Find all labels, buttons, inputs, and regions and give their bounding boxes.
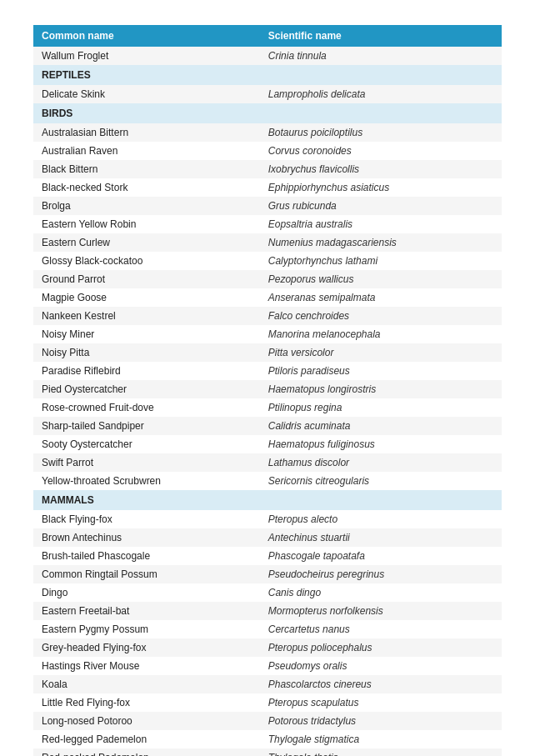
table-row: Nankeen KestrelFalco cenchroides (33, 307, 502, 325)
cell-common: Black Flying-fox (33, 510, 260, 528)
table-row: Eastern Freetail-batMormopterus norfolke… (33, 602, 502, 620)
table-row: Yellow-throated ScrubwrenSericornis citr… (33, 472, 502, 490)
cell-common: Red-legged Pademelon (33, 730, 260, 748)
cell-common: Eastern Curlew (33, 233, 260, 252)
cell-scientific: Eopsaltria australis (260, 215, 502, 233)
cell-common: Grey-headed Flying-fox (33, 638, 260, 657)
category-label: REPTILES (33, 65, 502, 85)
cell-common: Rose-crowned Fruit-dove (33, 398, 260, 417)
cell-scientific: Thylogale stigmatica (260, 730, 502, 748)
cell-scientific: Ixobrychus flavicollis (260, 160, 502, 178)
cell-scientific: Botaurus poiciloptilus (260, 123, 502, 142)
cell-common: Noisy Miner (33, 325, 260, 343)
cell-common: Koala (33, 675, 260, 693)
cell-common: Brown Antechinus (33, 528, 260, 547)
table-row: Red-legged PademelonThylogale stigmatica (33, 730, 502, 748)
cell-scientific: Falco cenchroides (260, 307, 502, 325)
table-row: Common Ringtail PossumPseudocheirus pere… (33, 565, 502, 583)
table-row: Black BitternIxobrychus flavicollis (33, 160, 502, 178)
table-row: Sooty OystercatcherHaematopus fuliginosu… (33, 435, 502, 453)
table-row: Black Flying-foxPteropus alecto (33, 510, 502, 528)
cell-scientific: Ptilinopus regina (260, 398, 502, 417)
category-label: MAMMALS (33, 490, 502, 510)
cell-scientific: Phascolarctos cinereus (260, 675, 502, 693)
cell-scientific: Lathamus discolor (260, 453, 502, 472)
cell-scientific: Pteropus alecto (260, 510, 502, 528)
species-table: Common name Scientific name Wallum Frogl… (33, 25, 502, 756)
col-header-common: Common name (33, 25, 260, 47)
table-row: BrolgaGrus rubicunda (33, 197, 502, 215)
category-row: MAMMALS (33, 490, 502, 510)
table-row: Noisy MinerManorina melanocephala (33, 325, 502, 343)
cell-common: Delicate Skink (33, 85, 260, 103)
cell-common: Glossy Black-cockatoo (33, 252, 260, 270)
page-wrapper: Common name Scientific name Wallum Frogl… (0, 0, 535, 756)
table-header-row: Common name Scientific name (33, 25, 502, 47)
table-row: Ground ParrotPezoporus wallicus (33, 270, 502, 288)
cell-common: Noisy Pitta (33, 343, 260, 362)
cell-scientific: Pseudomys oralis (260, 657, 502, 675)
cell-scientific: Mormopterus norfolkensis (260, 602, 502, 620)
cell-common: Eastern Freetail-bat (33, 602, 260, 620)
cell-scientific: Numenius madagascariensis (260, 233, 502, 252)
cell-scientific: Pezoporus wallicus (260, 270, 502, 288)
cell-scientific: Sericornis citreogularis (260, 472, 502, 490)
category-label: BIRDS (33, 103, 502, 123)
cell-common: Australian Raven (33, 142, 260, 160)
table-row: DingoCanis dingo (33, 583, 502, 602)
category-row: REPTILES (33, 65, 502, 85)
cell-scientific: Grus rubicunda (260, 197, 502, 215)
table-row: Paradise RiflebirdPtiloris paradiseus (33, 362, 502, 380)
table-row: Brush-tailed PhascogalePhascogale tapoat… (33, 547, 502, 565)
cell-common: Sharp-tailed Sandpiper (33, 417, 260, 435)
col-header-scientific: Scientific name (260, 25, 502, 47)
table-row: Red-necked PademelonThylogale thetis (33, 748, 502, 756)
cell-common: Australasian Bittern (33, 123, 260, 142)
cell-scientific: Crinia tinnula (260, 47, 502, 65)
cell-scientific: Pteropus scapulatus (260, 693, 502, 712)
table-row: Wallum FrogletCrinia tinnula (33, 47, 502, 65)
cell-common: Swift Parrot (33, 453, 260, 472)
cell-common: Dingo (33, 583, 260, 602)
cell-common: Black Bittern (33, 160, 260, 178)
table-row: Pied OystercatcherHaematopus longirostri… (33, 380, 502, 398)
cell-common: Wallum Froglet (33, 47, 260, 65)
cell-common: Yellow-throated Scrubwren (33, 472, 260, 490)
table-row: Hastings River MousePseudomys oralis (33, 657, 502, 675)
table-row: Little Red Flying-foxPteropus scapulatus (33, 693, 502, 712)
cell-common: Hastings River Mouse (33, 657, 260, 675)
cell-scientific: Haematopus fuliginosus (260, 435, 502, 453)
cell-scientific: Haematopus longirostris (260, 380, 502, 398)
cell-scientific: Canis dingo (260, 583, 502, 602)
cell-scientific: Ephippiorhynchus asiaticus (260, 178, 502, 197)
table-row: Long-nosed PotorooPotorous tridactylus (33, 712, 502, 730)
cell-scientific: Thylogale thetis (260, 748, 502, 756)
cell-scientific: Ptiloris paradiseus (260, 362, 502, 380)
cell-scientific: Phascogale tapoatafa (260, 547, 502, 565)
table-row: Magpie GooseAnseranas semipalmata (33, 288, 502, 307)
table-row: Black-necked StorkEphippiorhynchus asiat… (33, 178, 502, 197)
table-row: Noisy PittaPitta versicolor (33, 343, 502, 362)
cell-common: Red-necked Pademelon (33, 748, 260, 756)
cell-scientific: Cercartetus nanus (260, 620, 502, 638)
cell-scientific: Calidris acuminata (260, 417, 502, 435)
cell-common: Pied Oystercatcher (33, 380, 260, 398)
cell-common: Sooty Oystercatcher (33, 435, 260, 453)
cell-common: Magpie Goose (33, 288, 260, 307)
cell-common: Nankeen Kestrel (33, 307, 260, 325)
table-row: Australian RavenCorvus coronoides (33, 142, 502, 160)
cell-common: Little Red Flying-fox (33, 693, 260, 712)
cell-common: Brush-tailed Phascogale (33, 547, 260, 565)
table-row: Glossy Black-cockatooCalyptorhynchus lat… (33, 252, 502, 270)
cell-scientific: Potorous tridactylus (260, 712, 502, 730)
cell-scientific: Calyptorhynchus lathami (260, 252, 502, 270)
cell-scientific: Corvus coronoides (260, 142, 502, 160)
table-row: KoalaPhascolarctos cinereus (33, 675, 502, 693)
cell-common: Paradise Riflebird (33, 362, 260, 380)
cell-common: Common Ringtail Possum (33, 565, 260, 583)
table-row: Sharp-tailed SandpiperCalidris acuminata (33, 417, 502, 435)
cell-common: Brolga (33, 197, 260, 215)
table-row: Eastern Pygmy PossumCercartetus nanus (33, 620, 502, 638)
cell-scientific: Lampropholis delicata (260, 85, 502, 103)
cell-scientific: Pteropus poliocephalus (260, 638, 502, 657)
